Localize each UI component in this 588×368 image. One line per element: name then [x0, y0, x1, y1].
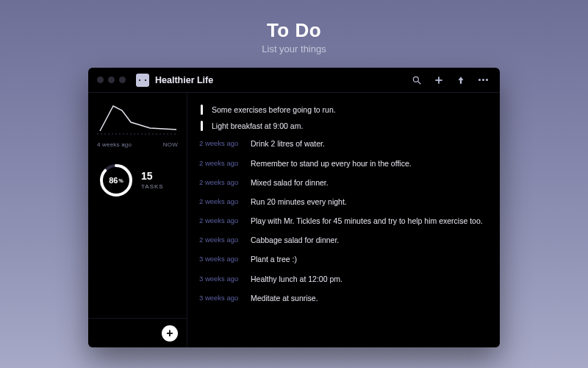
task-row[interactable]: 3 weeks agoPlant a tree :) [199, 250, 487, 269]
add-icon[interactable] [431, 72, 447, 88]
task-text: Play with Mr. Tickles for 45 minutes and… [251, 216, 487, 226]
task-row[interactable]: 2 weeks agoMixed salad for dinner. [199, 173, 487, 192]
search-icon[interactable] [409, 72, 425, 88]
task-row[interactable]: 3 weeks agoMeditate at sunrise. [199, 289, 487, 308]
progress-suffix: % [119, 178, 123, 183]
hero-subtitle: List your things [0, 43, 588, 54]
task-age: 2 weeks ago [199, 235, 243, 245]
task-age: 3 weeks ago [199, 293, 243, 303]
highlight-bar-icon [201, 121, 203, 131]
hero: To Do List your things [0, 0, 588, 54]
task-row[interactable]: Light breakfast at 9:00 am. [199, 118, 487, 134]
task-age: 2 weeks ago [199, 177, 243, 188]
task-text: Plant a tree :) [251, 254, 487, 264]
task-age: 3 weeks ago [199, 254, 243, 264]
task-text: Light breakfast at 9:00 am. [212, 121, 487, 131]
activity-sparkline: 4 weeks ago NOW [88, 93, 187, 152]
hero-title: To Do [0, 19, 588, 42]
window-title: Healthier Life [155, 75, 213, 85]
task-count: 15 [141, 171, 164, 181]
task-age: 2 weeks ago [199, 216, 243, 226]
task-age: 3 weeks ago [199, 274, 243, 284]
task-age: 2 weeks ago [199, 138, 243, 149]
svg-rect-3 [435, 79, 442, 81]
svg-line-1 [418, 81, 421, 84]
upload-icon[interactable] [453, 72, 469, 88]
task-text: Drink 2 litres of water. [251, 138, 487, 149]
task-row[interactable]: 2 weeks agoCabbage salad for dinner. [199, 230, 487, 250]
task-row[interactable]: Some exercises before going to run. [199, 102, 487, 118]
task-age: 2 weeks ago [199, 158, 243, 169]
window-zoom-icon[interactable] [119, 77, 126, 83]
task-row[interactable]: 2 weeks agoDrink 2 litres of water. [199, 134, 487, 153]
sidebar: 4 weeks ago NOW 86% 15 TASKS [88, 93, 187, 347]
task-count-label: TASKS [141, 183, 164, 190]
task-text: Mixed salad for dinner. [251, 177, 487, 188]
add-task-button[interactable]: + [162, 325, 178, 342]
task-text: Run 20 minutes every night. [251, 197, 487, 207]
svg-marker-4 [459, 77, 464, 83]
range-end-label: NOW [163, 141, 178, 148]
task-row[interactable]: 2 weeks agoRemember to stand up every ho… [199, 154, 487, 173]
task-row[interactable]: 2 weeks agoRun 20 minutes every night. [199, 192, 487, 211]
task-text: Remember to stand up every hour in the o… [251, 158, 487, 169]
window-close-icon[interactable] [97, 77, 104, 83]
task-text: Healthy lunch at 12:00 pm. [251, 274, 487, 284]
progress-value: 86 [109, 176, 118, 185]
window-controls[interactable] [97, 77, 126, 83]
task-row[interactable]: 3 weeks agoHealthy lunch at 12:00 pm. [199, 269, 487, 289]
titlebar: Healthier Life [88, 68, 500, 93]
task-text: Cabbage salad for dinner. [251, 235, 487, 245]
task-list[interactable]: Some exercises before going to run.Light… [187, 93, 500, 347]
task-row[interactable]: 2 weeks agoPlay with Mr. Tickles for 45 … [199, 211, 487, 230]
highlight-bar-icon [201, 105, 203, 115]
progress-donut-icon: 86% [98, 163, 134, 198]
sidebar-footer: + [88, 318, 187, 347]
progress-stat: 86% 15 TASKS [88, 152, 187, 208]
window-minimize-icon[interactable] [108, 77, 115, 83]
app-icon [136, 74, 149, 87]
svg-point-0 [413, 77, 418, 82]
task-text: Meditate at sunrise. [251, 293, 487, 303]
app-window: Healthier Life 4 weeks ago NOW [88, 68, 500, 347]
range-start-label: 4 weeks ago [97, 141, 132, 148]
task-text: Some exercises before going to run. [212, 105, 487, 115]
more-icon[interactable] [475, 72, 491, 88]
task-age: 2 weeks ago [199, 197, 243, 207]
